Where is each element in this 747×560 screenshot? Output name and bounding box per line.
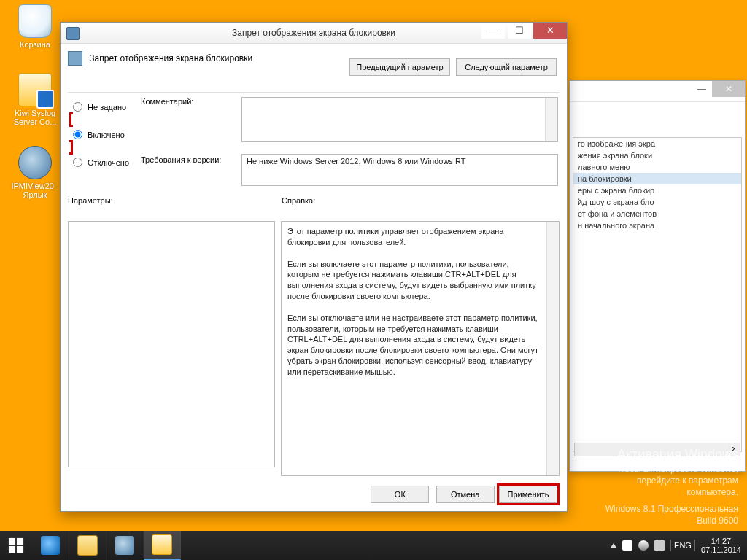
explorer-icon bbox=[77, 535, 98, 556]
maximize-button[interactable]: ☐ bbox=[508, 23, 531, 39]
windows-icon bbox=[8, 537, 24, 553]
start-button[interactable] bbox=[0, 531, 32, 560]
taskbar-item-ie[interactable] bbox=[32, 531, 69, 560]
policy-window: Запрет отображения экрана блокировки — ☐… bbox=[60, 22, 568, 512]
flag-icon[interactable] bbox=[622, 540, 632, 551]
minimize-button[interactable]: — bbox=[481, 23, 505, 39]
radio-not-configured[interactable]: Не задано bbox=[69, 100, 136, 112]
close-icon[interactable]: ✕ bbox=[712, 81, 745, 97]
syslog-icon bbox=[18, 73, 52, 106]
requirements-label: Требования к версии: bbox=[141, 155, 221, 164]
desktop-icon-label: Kiwi Syslog Server Co... bbox=[7, 109, 63, 126]
ie-icon bbox=[41, 536, 60, 555]
desktop-icon-recycle[interactable]: Корзина bbox=[7, 4, 63, 49]
requirements-text: Не ниже Windows Server 2012, Windows 8 и… bbox=[241, 154, 558, 186]
close-button[interactable]: ✕ bbox=[533, 23, 567, 39]
list-item[interactable]: еры с экрана блокир bbox=[573, 184, 741, 196]
parameters-label: Параметры: bbox=[68, 196, 279, 205]
vertical-scrollbar[interactable] bbox=[545, 98, 557, 141]
policy-header: Запрет отображения экрана блокировки bbox=[89, 53, 252, 63]
cancel-button[interactable]: Отмена bbox=[436, 486, 495, 503]
list-item[interactable]: го изображения экра bbox=[573, 138, 741, 149]
taskbar-item-app1[interactable] bbox=[107, 531, 144, 560]
language-indicator[interactable]: ENG bbox=[670, 540, 695, 551]
prev-setting-button[interactable]: Предыдущий параметр bbox=[349, 58, 450, 76]
vertical-scrollbar[interactable] bbox=[546, 222, 559, 475]
ipmi-icon bbox=[18, 146, 52, 179]
comment-textarea[interactable] bbox=[241, 97, 558, 142]
desktop-icon-label: Корзина bbox=[7, 40, 63, 49]
svg-rect-3 bbox=[17, 546, 23, 553]
volume-icon[interactable] bbox=[654, 540, 665, 551]
background-list[interactable]: го изображения экра жения экрана блоки л… bbox=[573, 137, 742, 452]
radio-enabled[interactable]: Включено bbox=[69, 128, 136, 139]
tray-overflow-icon[interactable] bbox=[611, 543, 616, 548]
list-item[interactable]: на блокировки bbox=[573, 173, 741, 184]
list-item[interactable]: ет фона и элементов bbox=[573, 208, 741, 219]
system-tray: ENG 14:27 07.11.2014 bbox=[611, 531, 747, 560]
list-item[interactable]: лавного меню bbox=[573, 161, 741, 173]
desktop-icon-label: IPMIView20 - Ярлык bbox=[7, 182, 63, 199]
list-item[interactable]: н начального экрана bbox=[573, 219, 741, 231]
ok-button[interactable]: ОК bbox=[371, 486, 429, 503]
app-icon bbox=[115, 536, 134, 555]
highlight-apply: Применить bbox=[497, 483, 560, 505]
radio-disabled[interactable]: Отключено bbox=[69, 155, 136, 167]
app-icon bbox=[152, 534, 172, 555]
help-label: Справка: bbox=[282, 196, 315, 205]
network-icon[interactable] bbox=[638, 540, 649, 551]
desktop-icon-syslog[interactable]: Kiwi Syslog Server Co... bbox=[7, 73, 63, 126]
parameters-panel bbox=[68, 221, 275, 467]
next-setting-button[interactable]: Следующий параметр bbox=[456, 58, 557, 76]
taskbar-item-explorer[interactable] bbox=[69, 531, 107, 560]
activation-watermark: Активация Windows Чтобы активировать Win… bbox=[605, 446, 738, 526]
help-text: Этот параметр политики управляет отображ… bbox=[281, 221, 560, 476]
comment-label: Комментарий: bbox=[141, 97, 193, 106]
taskbar-item-app2[interactable] bbox=[144, 531, 181, 560]
desktop-icon-ipmi[interactable]: IPMIView20 - Ярлык bbox=[7, 146, 63, 199]
apply-button[interactable]: Применить bbox=[499, 486, 557, 503]
background-window: ✕ — го изображения экра жения экрана бло… bbox=[569, 80, 746, 472]
taskbar: ENG 14:27 07.11.2014 bbox=[0, 531, 747, 560]
list-item[interactable]: жения экрана блоки bbox=[573, 149, 741, 161]
minimize-icon[interactable]: — bbox=[692, 81, 712, 97]
policy-icon bbox=[66, 27, 80, 40]
svg-rect-2 bbox=[9, 546, 15, 553]
clock[interactable]: 14:27 07.11.2014 bbox=[701, 537, 741, 554]
policy-icon bbox=[68, 51, 82, 66]
svg-rect-0 bbox=[9, 538, 15, 545]
svg-rect-1 bbox=[17, 538, 23, 545]
titlebar[interactable]: Запрет отображения экрана блокировки — ☐… bbox=[61, 23, 567, 44]
highlight-enabled: Включено bbox=[69, 112, 136, 155]
recycle-bin-icon bbox=[18, 4, 52, 38]
list-item[interactable]: йд-шоу с экрана бло bbox=[573, 196, 741, 208]
